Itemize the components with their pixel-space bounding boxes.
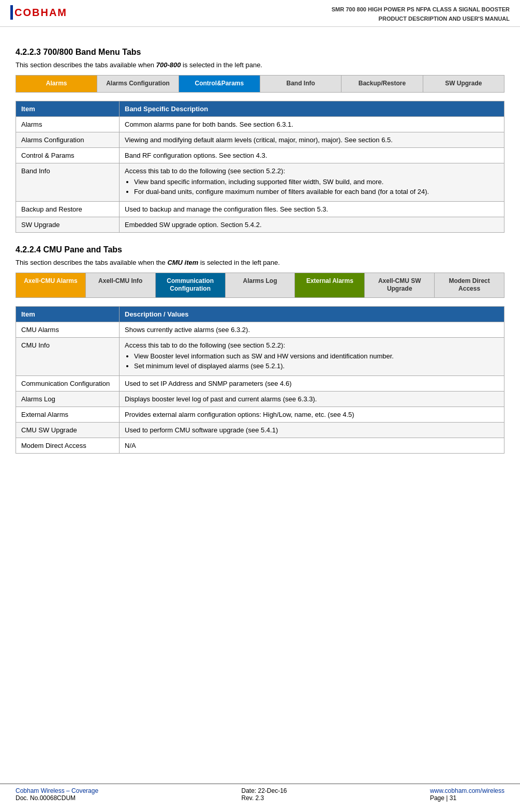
footer-company: Cobham Wireless – Coverage [16, 787, 98, 794]
section2-table: Item Description / Values CMU AlarmsShow… [16, 306, 504, 454]
table-row: CMU InfoAccess this tab to do the follow… [16, 337, 504, 375]
title-line2: PRODUCT DESCRIPTION AND USER'S MANUAL [332, 14, 510, 24]
title-line1: SMR 700 800 HIGH POWER PS NFPA CLASS A S… [332, 5, 510, 14]
item-cell: CMU Info [16, 337, 120, 375]
document-title: SMR 700 800 HIGH POWER PS NFPA CLASS A S… [332, 5, 510, 23]
footer-left: Cobham Wireless – Coverage Doc. No.00068… [16, 787, 98, 802]
section1-desc-suffix: is selected in the left pane. [181, 61, 262, 69]
item-cell: Alarms Log [16, 391, 120, 407]
item-cell: CMU Alarms [16, 322, 120, 337]
section1-desc-bold: 700-800 [156, 61, 181, 69]
table-row: Band InfoAccess this tab to do the follo… [16, 163, 504, 201]
section1-heading: 4.2.2.3 700/800 Band Menu Tabs [16, 48, 504, 57]
tab-alarms-configuration[interactable]: Alarms Configuration [97, 76, 179, 92]
desc-cell: Viewing and modifying default alarm leve… [120, 132, 504, 147]
section2-desc: This section describes the tabs availabl… [16, 259, 504, 266]
desc-cell: Displays booster level log of past and c… [120, 391, 504, 407]
table-row: CMU AlarmsShows currently active alarms … [16, 322, 504, 337]
table-row: AlarmsCommon alarms pane for both bands.… [16, 116, 504, 132]
section2-desc-italic: CMU item [167, 259, 198, 266]
footer-date: Date: 22-Dec-16 [241, 787, 287, 794]
tab-sw-upgrade[interactable]: SW Upgrade [423, 76, 504, 92]
tab-axell-cmu-alarms[interactable]: Axell-CMU Alarms [16, 273, 86, 297]
item-cell: External Alarms [16, 407, 120, 422]
section1-desc: This section describes the tabs availabl… [16, 61, 504, 69]
table-row: SW UpgradeEmbedded SW upgrade option. Se… [16, 217, 504, 232]
item-cell: SW Upgrade [16, 217, 120, 232]
desc-cell: Access this tab to do the following (see… [120, 337, 504, 375]
desc-cell: Common alarms pane for both bands. See s… [120, 116, 504, 132]
table1-col1-header: Item [16, 101, 120, 116]
table1-col2-header: Band Specific Description [120, 101, 504, 116]
desc-cell: Used to backup and manage the configurat… [120, 201, 504, 217]
table-row: Communication ConfigurationUsed to set I… [16, 375, 504, 391]
page-footer: Cobham Wireless – Coverage Doc. No.00068… [0, 784, 520, 802]
tab-backup/restore[interactable]: Backup/Restore [341, 76, 423, 92]
desc-cell: Used to set IP Address and SNMP paramete… [120, 375, 504, 391]
desc-cell: Shows currently active alarms (see 6.3.2… [120, 322, 504, 337]
tab-modem-direct-access[interactable]: Modem Direct Access [435, 273, 504, 297]
footer-right: www.cobham.com/wireless Page | 31 [430, 787, 504, 802]
table-row: Alarms LogDisplays booster level log of … [16, 391, 504, 407]
list-item: Set minimum level of displayed alarms (s… [134, 362, 499, 370]
table-row: Alarms ConfigurationViewing and modifyin… [16, 132, 504, 147]
tab-communication-configuration[interactable]: Communication Configuration [156, 273, 226, 297]
footer-center: Date: 22-Dec-16 Rev. 2.3 [241, 787, 287, 802]
table-row: Modem Direct AccessN/A [16, 438, 504, 453]
desc-cell: Provides external alarm configuration op… [120, 407, 504, 422]
tab-external-alarms[interactable]: External Alarms [295, 273, 365, 297]
section2-desc-prefix: This section describes the tabs availabl… [16, 259, 167, 266]
table-row: Backup and RestoreUsed to backup and man… [16, 201, 504, 217]
section1-tab-bar: AlarmsAlarms ConfigurationControl&Params… [16, 75, 504, 93]
section1-desc-prefix: This section describes the tabs availabl… [16, 61, 156, 69]
desc-cell: Access this tab to do the following (see… [120, 163, 504, 201]
tab-axell-cmu-sw-upgrade[interactable]: Axell-CMU SW Upgrade [365, 273, 435, 297]
item-cell: Band Info [16, 163, 120, 201]
cobham-logo: COBHAM [10, 5, 67, 20]
list-item: For dual-band units, configure maximum n… [134, 188, 499, 196]
logo-bar [10, 5, 13, 20]
item-cell: Backup and Restore [16, 201, 120, 217]
item-cell: Communication Configuration [16, 375, 120, 391]
desc-cell: N/A [120, 438, 504, 453]
table-row: CMU SW UpgradeUsed to perform CMU softwa… [16, 422, 504, 438]
item-cell: Modem Direct Access [16, 438, 120, 453]
item-cell: Alarms Configuration [16, 132, 120, 147]
footer-docno: Doc. No.00068CDUM [16, 794, 98, 802]
table-row: Control & ParamsBand RF configuration op… [16, 147, 504, 163]
desc-cell: Used to perform CMU software upgrade (se… [120, 422, 504, 438]
desc-cell: Embedded SW upgrade option. Section 5.4.… [120, 217, 504, 232]
footer-rev: Rev. 2.3 [241, 794, 287, 802]
list-item: View band specific information, includin… [134, 178, 499, 186]
tab-alarms[interactable]: Alarms [16, 76, 97, 92]
main-content: 4.2.2.3 700/800 Band Menu Tabs This sect… [0, 27, 520, 476]
section2-tab-bar: Axell-CMU AlarmsAxell-CMU InfoCommunicat… [16, 273, 504, 298]
section2-heading: 4.2.2.4 CMU Pane and Tabs [16, 245, 504, 254]
table-row: External AlarmsProvides external alarm c… [16, 407, 504, 422]
tab-band-info[interactable]: Band Info [260, 76, 341, 92]
item-cell: Alarms [16, 116, 120, 132]
footer-page: Page | 31 [430, 794, 504, 802]
tab-control&params[interactable]: Control&Params [179, 76, 260, 92]
tab-alarms-log[interactable]: Alarms Log [226, 273, 295, 297]
item-cell: CMU SW Upgrade [16, 422, 120, 438]
item-cell: Control & Params [16, 147, 120, 163]
tab-axell-cmu-info[interactable]: Axell-CMU Info [86, 273, 156, 297]
section1-table: Item Band Specific Description AlarmsCom… [16, 101, 504, 233]
footer-website: www.cobham.com/wireless [430, 787, 504, 794]
table2-col1-header: Item [16, 306, 120, 322]
table2-col2-header: Description / Values [120, 306, 504, 322]
list-item: View Booster level information such as S… [134, 352, 499, 360]
page-header: COBHAM SMR 700 800 HIGH POWER PS NFPA CL… [0, 0, 520, 27]
desc-cell: Band RF configuration options. See secti… [120, 147, 504, 163]
section2-desc-suffix: is selected in the left pane. [198, 259, 280, 266]
logo-text: COBHAM [14, 7, 67, 19]
